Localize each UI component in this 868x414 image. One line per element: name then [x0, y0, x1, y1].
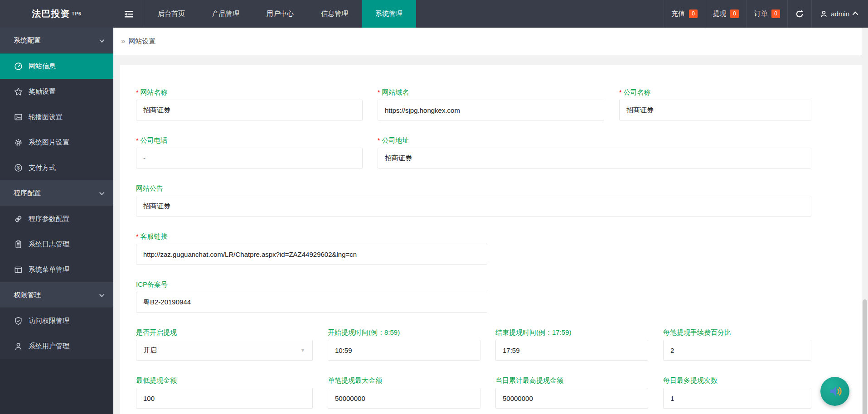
scrollbar-thumb[interactable]	[863, 299, 867, 414]
section-label: 系统配置	[14, 36, 41, 45]
recharge-label: 充值	[671, 10, 685, 18]
withdraw-stat[interactable]: 提现 0	[705, 0, 746, 28]
sidebar-item-label: 系统菜单管理	[29, 265, 69, 274]
field-company-phone: *公司电话	[136, 136, 363, 168]
image-icon	[14, 112, 23, 121]
withdraw-start-time-input[interactable]	[328, 340, 480, 361]
sidebar-empty-area	[0, 359, 113, 414]
required-asterisk: *	[378, 137, 380, 144]
tab-user-center[interactable]: 用户中心	[253, 0, 307, 28]
field-site-name: *网站名称	[136, 88, 363, 120]
sidebar-section-system-config[interactable]: 系统配置	[0, 28, 113, 53]
page-title: 网站设置	[128, 37, 155, 46]
withdraw-fee-percent-input[interactable]	[663, 340, 811, 361]
field-withdraw-end-time: 结束提现时间(例：17:59)	[495, 328, 648, 361]
sidebar-collapse-button[interactable]	[113, 0, 144, 28]
main-content: *网站名称 *网站域名 *公司名称 *公司电话 *公司地址	[113, 55, 868, 414]
site-notice-label: 网站公告	[136, 184, 811, 193]
sidebar-item-carousel-settings[interactable]: 轮播图设置	[0, 104, 113, 130]
withdraw-end-time-input[interactable]	[495, 340, 648, 361]
withdraw-start-time-label: 开始提现时间(例：8:59)	[328, 328, 480, 337]
company-phone-input[interactable]	[136, 148, 363, 168]
sidebar-item-label: 支付方式	[29, 164, 56, 172]
selected-option: 开启	[143, 346, 300, 355]
tab-information[interactable]: 信息管理	[307, 0, 362, 28]
vertical-scrollbar	[862, 28, 868, 414]
required-asterisk: *	[136, 137, 138, 144]
site-settings-form: *网站名称 *网站域名 *公司名称 *公司电话 *公司地址	[120, 65, 862, 409]
field-withdraw-enabled: 是否开启提现 开启 ▼	[136, 328, 313, 361]
section-label: 权限管理	[14, 291, 41, 299]
refresh-button[interactable]	[787, 0, 811, 28]
sidebar-item-system-logs[interactable]: 系统日志管理	[0, 231, 113, 257]
field-icp-number: ICP备案号	[136, 280, 487, 313]
icp-number-input[interactable]	[136, 292, 487, 313]
speaker-icon	[827, 383, 843, 400]
sidebar-item-label: 程序参数配置	[29, 215, 69, 223]
company-phone-label: *公司电话	[136, 136, 363, 145]
withdraw-daily-max-amount-input[interactable]	[495, 388, 648, 409]
service-link-input[interactable]	[136, 244, 487, 265]
chevron-down-icon	[99, 190, 104, 195]
sidebar-section-program-config[interactable]: 程序配置	[0, 180, 113, 206]
field-service-link: *客服链接	[136, 232, 487, 265]
sidebar-item-reward-settings[interactable]: 奖励设置	[0, 79, 113, 104]
withdraw-count-badge: 0	[730, 10, 739, 18]
company-name-input[interactable]	[619, 100, 811, 120]
breadcrumb-chevron-icon: »	[121, 37, 125, 46]
username: admin	[831, 10, 849, 18]
sidebar-item-label: 系统图片设置	[29, 138, 69, 147]
field-company-address: *公司地址	[378, 136, 811, 168]
chevron-up-icon	[853, 12, 858, 18]
withdraw-enabled-select[interactable]: 开启 ▼	[136, 340, 313, 361]
gear-icon	[14, 138, 23, 147]
field-site-domain: *网站域名	[378, 88, 604, 120]
sidebar-item-site-info[interactable]: 网站信息	[0, 53, 113, 79]
sidebar-item-payment-methods[interactable]: $ 支付方式	[0, 155, 113, 180]
sidebar-item-access-permissions[interactable]: 访问权限管理	[0, 308, 113, 333]
dollar-icon: $	[14, 163, 23, 172]
sidebar-item-system-users[interactable]: 系统用户管理	[0, 333, 113, 359]
customer-service-float-button[interactable]	[820, 377, 849, 406]
order-stat[interactable]: 订单 0	[746, 0, 787, 28]
sidebar-item-program-params[interactable]: 程序参数配置	[0, 206, 113, 231]
order-label: 订单	[754, 10, 767, 18]
sidebar-item-label: 奖励设置	[29, 87, 56, 96]
tab-system[interactable]: 系统管理	[362, 0, 416, 28]
withdraw-max-single-label: 单笔提现最大金额	[328, 376, 480, 385]
settings-card: *网站名称 *网站域名 *公司名称 *公司电话 *公司地址	[120, 65, 862, 414]
sidebar-section-permission-mgmt[interactable]: 权限管理	[0, 282, 113, 308]
site-notice-input[interactable]	[136, 196, 811, 217]
required-asterisk: *	[619, 89, 621, 96]
sidebar-item-label: 系统用户管理	[29, 342, 69, 351]
hamburger-icon	[124, 10, 134, 18]
sidebar-item-system-menus[interactable]: 系统菜单管理	[0, 257, 113, 282]
company-address-input[interactable]	[378, 148, 811, 168]
field-withdraw-daily-max-amount: 当日累计最高提现金额	[495, 376, 648, 409]
section-label: 程序配置	[14, 189, 41, 197]
withdraw-daily-max-count-input[interactable]	[663, 388, 811, 409]
gauge-icon	[14, 62, 23, 71]
site-domain-label: *网站域名	[378, 88, 604, 97]
user-menu[interactable]: admin	[811, 0, 868, 28]
tab-dashboard[interactable]: 后台首页	[144, 0, 199, 28]
recharge-stat[interactable]: 充值 0	[664, 0, 705, 28]
withdraw-label: 提现	[713, 10, 726, 18]
field-withdraw-fee-percent: 每笔提现手续费百分比	[663, 328, 811, 361]
sidebar-item-system-images[interactable]: 系统图片设置	[0, 130, 113, 155]
app-logo: 法巴投资 TP6	[0, 0, 113, 28]
withdraw-min-amount-input[interactable]	[136, 388, 313, 409]
withdraw-min-amount-label: 最低提现金额	[136, 376, 313, 385]
breadcrumb: » 网站设置	[113, 28, 868, 55]
withdraw-daily-max-count-label: 每日最多提现次数	[663, 376, 811, 385]
chevron-down-icon	[99, 292, 104, 297]
withdraw-fee-percent-label: 每笔提现手续费百分比	[663, 328, 811, 337]
withdraw-max-single-input[interactable]	[328, 388, 480, 409]
field-company-name: *公司名称	[619, 88, 811, 120]
site-name-input[interactable]	[136, 100, 363, 120]
svg-text:$: $	[17, 165, 19, 170]
window-icon	[14, 265, 23, 274]
field-withdraw-daily-max-count: 每日最多提现次数	[663, 376, 811, 409]
site-domain-input[interactable]	[378, 100, 604, 120]
tab-products[interactable]: 产品管理	[199, 0, 253, 28]
